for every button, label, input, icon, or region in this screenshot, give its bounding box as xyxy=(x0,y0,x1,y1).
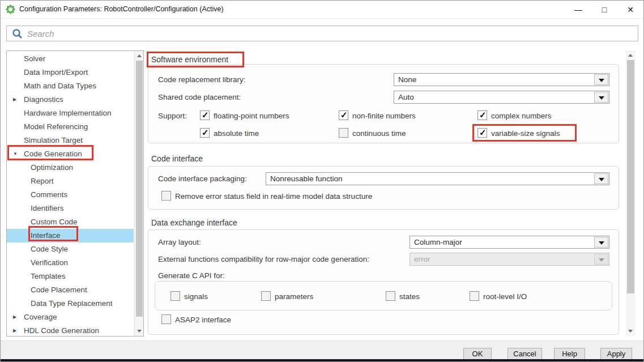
sidebar-scrollbar[interactable] xyxy=(134,51,143,336)
ok-button[interactable]: OK xyxy=(463,348,492,360)
scroll-up-icon[interactable] xyxy=(628,54,633,57)
scrollbar-thumb[interactable] xyxy=(627,60,634,293)
chevron-right-icon[interactable]: ▶ xyxy=(13,324,16,337)
code-interface-packaging-dropdown[interactable]: Nonreusable function xyxy=(266,172,609,185)
sidebar-item-custom-code[interactable]: Custom Code xyxy=(7,215,134,229)
shared-code-placement-dropdown[interactable]: Auto xyxy=(394,91,609,104)
sidebar-item-code-style[interactable]: Code Style xyxy=(7,242,134,256)
sidebar-item-label: Comments xyxy=(31,190,67,199)
chevron-down-icon[interactable]: ▼ xyxy=(13,147,18,161)
sidebar-item-label: HDL Code Generation xyxy=(24,326,99,335)
sidebar-item-simulation-target[interactable]: Simulation Target xyxy=(7,134,134,147)
checkbox-label: floating-point numbers xyxy=(214,112,289,120)
sidebar-item-report[interactable]: Report xyxy=(7,174,134,188)
sidebar-item-label: Optimization xyxy=(31,163,73,172)
dropdown-value: Auto xyxy=(398,93,414,101)
window-bottom-edge xyxy=(1,359,643,362)
scrollbar-thumb[interactable] xyxy=(136,61,143,317)
help-button[interactable]: Help xyxy=(554,348,585,360)
sidebar-item-comments[interactable]: Comments xyxy=(7,188,134,202)
checkbox-root-level-io[interactable] xyxy=(470,291,479,301)
sidebar-item-code-generation[interactable]: ▼Code Generation xyxy=(7,147,134,161)
section-title-data-exchange-interface: Data exchange interface xyxy=(150,218,239,227)
checkbox-label: variable-size signals xyxy=(491,129,560,138)
close-button[interactable]: ✕ xyxy=(621,3,640,16)
sidebar-item-label: Identifiers xyxy=(31,204,64,212)
support-label: Support: xyxy=(158,112,187,120)
sidebar-item-coverage[interactable]: ▶Coverage xyxy=(7,310,134,324)
search-input[interactable] xyxy=(27,27,628,40)
checkbox-non-finite-numbers[interactable] xyxy=(339,110,348,120)
apply-button[interactable]: Apply xyxy=(600,348,632,360)
checkbox-complex-numbers[interactable] xyxy=(477,110,487,120)
checkbox-continuous-time[interactable] xyxy=(339,128,348,138)
main-scrollbar[interactable] xyxy=(626,50,636,336)
sidebar-item-identifiers[interactable]: Identifiers xyxy=(7,202,134,215)
configuration-parameters-dialog: Configuration Parameters: RobotControlle… xyxy=(0,0,644,362)
checkbox-label: signals xyxy=(184,292,208,301)
checkbox-label: complex numbers xyxy=(491,112,552,120)
checkbox-states[interactable] xyxy=(386,291,395,301)
checkbox-floating-point-numbers[interactable] xyxy=(200,110,210,120)
chevron-down-icon[interactable] xyxy=(594,92,608,103)
sidebar-item-data-import-export[interactable]: Data Import/Export xyxy=(7,66,134,79)
sidebar-item-label: Report xyxy=(31,177,54,185)
sidebar-item-solver[interactable]: Solver xyxy=(7,52,134,66)
footer-bar: OK Cancel Help Apply xyxy=(1,340,643,359)
chevron-right-icon[interactable]: ▶ xyxy=(13,93,16,107)
sidebar-item-label: Math and Data Types xyxy=(24,82,96,90)
dropdown-value: None xyxy=(398,75,416,84)
sidebar-item-label: Custom Code xyxy=(31,218,78,226)
title-bar: Configuration Parameters: RobotControlle… xyxy=(1,1,643,19)
section-title-software-environment: Software environment xyxy=(150,55,230,64)
shared-code-placement-label: Shared code placement: xyxy=(158,93,241,101)
sidebar-list: SolverData Import/ExportMath and Data Ty… xyxy=(7,52,143,337)
sidebar-item-math-and-data-types[interactable]: Math and Data Types xyxy=(7,79,134,93)
checkbox-label: Remove error status field in real-time m… xyxy=(175,192,372,201)
sidebar-item-templates[interactable]: Templates xyxy=(7,270,134,283)
maximize-button[interactable]: □ xyxy=(595,3,614,16)
chevron-down-icon[interactable] xyxy=(594,173,608,184)
checkbox-label: absolute time xyxy=(214,129,259,138)
checkbox-variable-size-signals[interactable] xyxy=(477,128,487,138)
sidebar-item-verification[interactable]: Verification xyxy=(7,256,134,270)
sidebar-item-hdl-code-generation[interactable]: ▶HDL Code Generation xyxy=(7,324,134,337)
checkbox-label: root-level I/O xyxy=(483,292,527,301)
sidebar-item-model-referencing[interactable]: Model Referencing xyxy=(7,120,134,134)
sidebar-item-label: Templates xyxy=(31,272,66,280)
scroll-down-icon[interactable] xyxy=(628,330,633,333)
scroll-down-icon[interactable] xyxy=(137,330,142,333)
sidebar-item-data-type-replacement[interactable]: Data Type Replacement xyxy=(7,297,134,310)
array-layout-label: Array layout: xyxy=(158,238,201,246)
sidebar-item-label: Code Style xyxy=(31,245,68,253)
checkbox-label: parameters xyxy=(275,292,313,301)
sidebar-item-label: Model Referencing xyxy=(24,122,88,131)
chevron-right-icon[interactable]: ▶ xyxy=(13,310,16,324)
sidebar-item-label: Hardware Implementation xyxy=(24,109,112,117)
checkbox-signals[interactable] xyxy=(170,291,180,301)
sidebar-item-interface[interactable]: Interface xyxy=(7,229,134,242)
dropdown-value: error xyxy=(414,255,430,263)
sidebar-item-label: Code Placement xyxy=(31,286,87,294)
chevron-down-icon[interactable] xyxy=(594,237,608,248)
code-replacement-library-dropdown[interactable]: None xyxy=(394,73,609,86)
minimize-button[interactable]: — xyxy=(569,3,588,16)
generate-c-api-label: Generate C API for: xyxy=(158,271,225,280)
sidebar-item-diagnostics[interactable]: ▶Diagnostics xyxy=(7,93,134,107)
checkbox-label: continuous time xyxy=(352,129,406,138)
array-layout-dropdown[interactable]: Column-major xyxy=(410,236,609,249)
checkbox-remove-error-status[interactable] xyxy=(161,191,171,201)
external-functions-compatibility-dropdown: error xyxy=(410,253,609,266)
sidebar-item-optimization[interactable]: Optimization xyxy=(7,161,134,174)
checkbox-absolute-time[interactable] xyxy=(200,128,210,138)
sidebar-item-label: Solver xyxy=(24,54,45,63)
checkbox-parameters[interactable] xyxy=(261,291,271,301)
chevron-down-icon[interactable] xyxy=(594,74,608,85)
scroll-up-icon[interactable] xyxy=(137,54,142,57)
checkbox-label: states xyxy=(399,292,420,301)
checkbox-asap2-interface[interactable] xyxy=(161,314,171,324)
cancel-button[interactable]: Cancel xyxy=(507,348,542,360)
sidebar-item-hardware-implementation[interactable]: Hardware Implementation xyxy=(7,107,134,120)
code-interface-packaging-label: Code interface packaging: xyxy=(158,174,247,183)
sidebar-item-code-placement[interactable]: Code Placement xyxy=(7,283,134,297)
